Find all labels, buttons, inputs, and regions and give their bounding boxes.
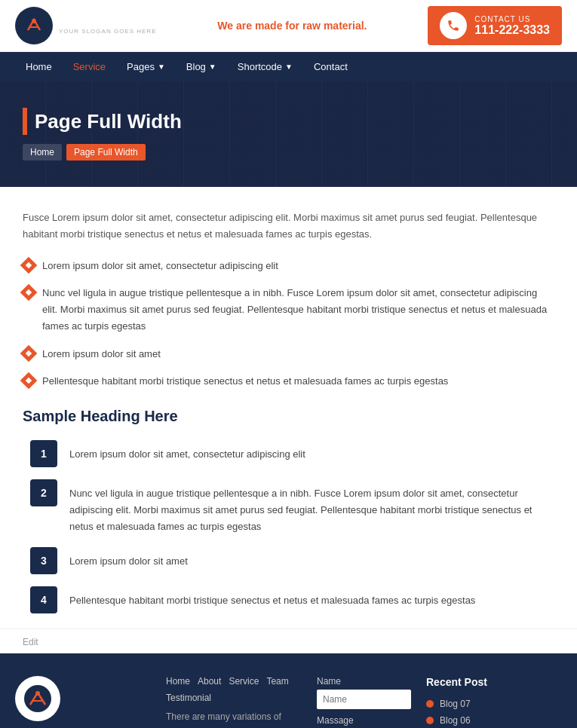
phone-icon — [440, 12, 467, 39]
page-title: Page Full Width — [35, 110, 182, 133]
nav-home[interactable]: Home — [15, 52, 63, 81]
footer-form: Name Massage Submit — [317, 676, 411, 728]
main-nav: Home Service Pages ▼ Blog ▼ Shortcode ▼ … — [0, 52, 577, 81]
num-badge-1: 1 — [30, 440, 57, 467]
nav-contact[interactable]: Contact — [303, 52, 358, 81]
section-heading: Sample Heading Here — [23, 408, 554, 425]
num-text-2: Nunc vel ligula in augue tristique pelle… — [69, 479, 547, 535]
footer-nav-col: Home About Service Team Testimonial Ther… — [166, 676, 302, 728]
name-input[interactable] — [317, 690, 411, 709]
list-item: Lorem ipsum dolor sit amet — [23, 346, 554, 362]
header: LOREM IPSUM YOUR SLOGAN GOES HERE We are… — [0, 0, 577, 52]
list-item: Nunc vel ligula in augue tristique pelle… — [23, 285, 554, 335]
nav-shortcode[interactable]: Shortcode ▼ — [227, 52, 303, 81]
massage-label: Massage — [317, 715, 411, 726]
nav-service[interactable]: Service — [63, 52, 116, 81]
contact-area: CONTACT US 111-222-3333 — [428, 6, 562, 45]
name-label: Name — [317, 676, 411, 687]
footer-nav-team[interactable]: Team — [266, 676, 288, 687]
breadcrumb-current: Page Full Width — [66, 144, 146, 161]
footer-nav-row2: Testimonial — [166, 693, 302, 703]
chevron-down-icon: ▼ — [209, 63, 216, 71]
footer-nav-row: Home About Service Team — [166, 676, 302, 687]
recent-posts: Recent Post Blog 07 Blog 06 Blog 05 Blog… — [426, 676, 562, 728]
post-item: Blog 07 — [426, 699, 562, 709]
nav-blog[interactable]: Blog ▼ — [176, 52, 227, 81]
post-link[interactable]: Blog 06 — [440, 715, 471, 726]
list-text: Nunc vel ligula in augue tristique pelle… — [42, 285, 554, 335]
svg-point-2 — [24, 685, 51, 712]
svg-point-3 — [35, 691, 40, 696]
hero-title-wrap: Page Full Width — [23, 108, 554, 135]
footer: LOREM IPSUM YOUR SLOGAN GOES HERE f 📷 in… — [0, 653, 577, 728]
tagline: We are made for raw material. — [217, 20, 367, 32]
chevron-down-icon: ▼ — [285, 63, 293, 71]
numbered-list: 1 Lorem ipsum dolor sit amet, consectetu… — [23, 440, 554, 613]
numbered-item: 1 Lorem ipsum dolor sit amet, consectetu… — [30, 440, 547, 467]
nav-pages[interactable]: Pages ▼ — [116, 52, 176, 81]
footer-nav-about[interactable]: About — [198, 676, 221, 687]
footer-nav-home[interactable]: Home — [166, 676, 190, 687]
main-content: Fusce Lorem ipsum dolor sit amet, consec… — [0, 187, 577, 629]
numbered-item: 4 Pellentesque habitant morbi tristique … — [30, 586, 547, 613]
logo-text: LOREM IPSUM YOUR SLOGAN GOES HERE — [59, 17, 156, 35]
recent-posts-title: Recent Post — [426, 676, 562, 688]
post-dot — [426, 717, 434, 724]
breadcrumb-home[interactable]: Home — [23, 144, 62, 161]
bullet-icon — [20, 257, 38, 274]
contact-info: CONTACT US 111-222-3333 — [474, 15, 550, 37]
list-item: Lorem ipsum dolor sit amet, consectetur … — [23, 258, 554, 274]
num-text-4: Pellentesque habitant morbi tristique se… — [69, 586, 475, 609]
footer-grid: LOREM IPSUM YOUR SLOGAN GOES HERE f 📷 in… — [15, 676, 562, 728]
logo: LOREM IPSUM YOUR SLOGAN GOES HERE — [15, 7, 156, 44]
footer-description: There are many variations of passages of… — [166, 709, 302, 728]
bullet-icon — [20, 344, 38, 362]
bullet-icon — [20, 284, 38, 301]
svg-point-1 — [32, 19, 36, 23]
logo-icon — [15, 7, 53, 44]
footer-logo-icon — [15, 676, 60, 721]
bullet-icon — [20, 372, 38, 389]
breadcrumb: Home Page Full Width — [23, 144, 554, 161]
num-badge-4: 4 — [30, 586, 57, 613]
edit-bar: Edit — [0, 629, 577, 653]
num-text-3: Lorem ipsum dolor sit amet — [69, 547, 188, 570]
list-item: Pellentesque habitant morbi tristique se… — [23, 373, 554, 390]
chevron-down-icon: ▼ — [158, 63, 165, 71]
title-accent — [23, 108, 27, 135]
hero-section: Page Full Width Home Page Full Width — [0, 81, 577, 187]
num-text-1: Lorem ipsum dolor sit amet, consectetur … — [69, 440, 305, 463]
list-text: Pellentesque habitant morbi tristique se… — [42, 373, 448, 390]
footer-nav-testimonial[interactable]: Testimonial — [166, 693, 211, 703]
numbered-item: 2 Nunc vel ligula in augue tristique pel… — [30, 479, 547, 535]
footer-logo-col: LOREM IPSUM YOUR SLOGAN GOES HERE f 📷 in… — [15, 676, 151, 728]
post-item: Blog 06 — [426, 715, 562, 726]
footer-nav-service[interactable]: Service — [229, 676, 259, 687]
list-text: Lorem ipsum dolor sit amet — [42, 346, 161, 362]
num-badge-2: 2 — [30, 479, 57, 506]
post-dot — [426, 700, 434, 708]
list-text: Lorem ipsum dolor sit amet, consectetur … — [42, 258, 278, 274]
intro-text: Fusce Lorem ipsum dolor sit amet, consec… — [23, 210, 554, 243]
numbered-item: 3 Lorem ipsum dolor sit amet — [30, 547, 547, 574]
num-badge-3: 3 — [30, 547, 57, 574]
edit-link[interactable]: Edit — [23, 637, 38, 647]
post-link[interactable]: Blog 07 — [440, 699, 471, 709]
bullet-list: Lorem ipsum dolor sit amet, consectetur … — [23, 258, 554, 390]
